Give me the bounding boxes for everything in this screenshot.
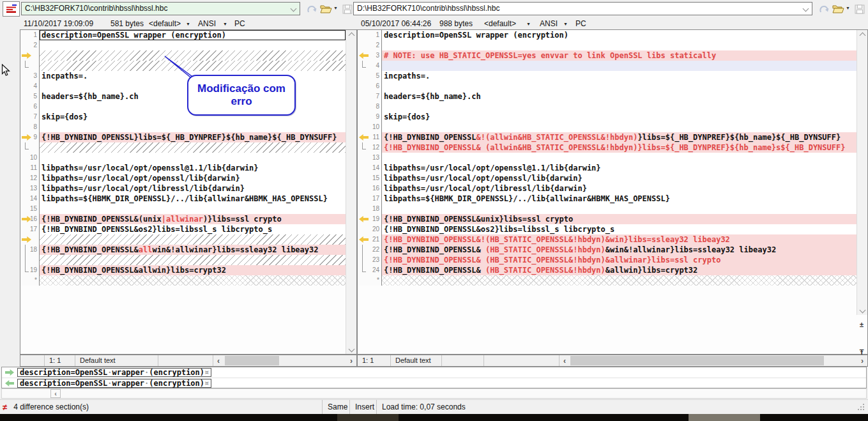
right-template-dropdown[interactable]: <default>: [484, 19, 516, 28]
line-number: 3: [33, 71, 37, 81]
code-line[interactable]: libpaths=/usr/local/opt/openssl/lib{darw…: [382, 173, 857, 183]
code-line[interactable]: {!HB_DYNBIND_OPENSSL&os2}libs=libssl_s l…: [382, 224, 857, 234]
open-right-file-dropdown[interactable]: ▼: [846, 6, 850, 10]
scroll-left-button[interactable]: ‹: [50, 389, 61, 398]
code-line[interactable]: {!HB_DYNBIND_OPENSSL& (HB_STATIC_OPENSSL…: [382, 245, 857, 255]
missing-lines-hatch[interactable]: [40, 234, 346, 245]
code-line[interactable]: libpaths=/usr/local/opt/openssl/lib{darw…: [40, 173, 346, 183]
scroll-right-button[interactable]: ›: [857, 355, 867, 366]
nav-top-button[interactable]: ±: [858, 320, 865, 329]
code-line[interactable]: description=OpenSSL wrapper (encryption): [40, 30, 346, 40]
chevron-down-icon[interactable]: ▼: [223, 22, 227, 26]
scroll-left-button[interactable]: ‹: [560, 355, 570, 366]
current-diff-line[interactable]: description=OpenSSL·wrapper·(encryption)…: [2, 367, 866, 378]
scroll-up-button[interactable]: [346, 30, 356, 40]
left-encoding-dropdown[interactable]: ANSI: [198, 19, 216, 28]
gutter-cell: 3: [358, 50, 382, 61]
current-diff-line[interactable]: description=OpenSSL·wrapper·(encryption)…: [2, 378, 866, 388]
nav-ball-button[interactable]: [858, 334, 865, 343]
reload-left-file-button[interactable]: [304, 3, 318, 15]
code-line[interactable]: [382, 61, 857, 71]
missing-lines-hatch[interactable]: [40, 142, 346, 153]
code-segment: libpaths=${HBMK_DIR_OPENSSL}/../lib{allw…: [384, 194, 670, 203]
code-row: 13: [358, 153, 857, 163]
code-line[interactable]: libpaths=${HBMK_DIR_OPENSSL}/../lib{allw…: [382, 194, 857, 204]
code-line[interactable]: libpaths=/usr/local/opt/libressl/lib{dar…: [382, 183, 857, 194]
save-left-file-button[interactable]: [340, 3, 354, 15]
diff-marker-arrow-icon: [359, 52, 369, 59]
code-line[interactable]: [382, 102, 857, 112]
line-number: 4: [376, 61, 379, 71]
code-line[interactable]: {!HB_DYNBIND_OPENSSL}libs=${_HB_DYNPREF}…: [40, 132, 346, 142]
code-line[interactable]: {!HB_DYNBIND_OPENSSL& (allwin&HB_STATIC_…: [382, 142, 857, 153]
right-encoding-dropdown[interactable]: ANSI: [540, 19, 558, 28]
open-left-file-button[interactable]: [319, 3, 333, 15]
code-line[interactable]: libpaths=${HBMK_DIR_OPENSSL}/../lib{allw…: [40, 194, 346, 204]
right-vertical-scrollbar[interactable]: [857, 30, 867, 315]
code-line[interactable]: [40, 153, 346, 163]
code-line[interactable]: {!HB_DYNBIND_OPENSSL& (HB_STATIC_OPENSSL…: [382, 265, 857, 275]
save-right-file-button[interactable]: [853, 3, 867, 15]
code-segment: {!HB_DYNBIND_OPENSSL&!(HB_STATIC_OPENSSL…: [384, 235, 730, 244]
code-line[interactable]: {!HB_DYNBIND_OPENSSL&unix}libs=ssl crypt…: [382, 214, 857, 224]
code-line[interactable]: [382, 40, 857, 50]
missing-lines-hatch[interactable]: [40, 255, 346, 265]
code-line[interactable]: {!HB_DYNBIND_OPENSSL&!(allwin&HB_STATIC_…: [382, 132, 857, 142]
code-line[interactable]: # NOTE: use HB_STATIC_OPENSSL=yes envvar…: [382, 50, 857, 61]
chevron-down-icon[interactable]: ▼: [526, 22, 531, 26]
code-line[interactable]: skip={dos}: [382, 112, 857, 122]
gutter-cell: [20, 255, 40, 265]
chevron-down-icon[interactable]: ▼: [186, 22, 190, 26]
open-right-file-button[interactable]: [831, 3, 845, 15]
scrollbar-thumb[interactable]: [225, 356, 279, 365]
code-line[interactable]: {!HB_DYNBIND_OPENSSL&allwin}libs=crypt32: [40, 265, 346, 275]
code-row: 24{!HB_DYNBIND_OPENSSL& (HB_STATIC_OPENS…: [358, 265, 857, 275]
scroll-down-button[interactable]: [857, 305, 867, 315]
code-line[interactable]: [40, 122, 346, 132]
end-of-file-marker[interactable]: [40, 275, 346, 286]
code-line[interactable]: [40, 204, 346, 214]
code-line[interactable]: libpaths=/usr/local/opt/libressl/lib{dar…: [40, 183, 346, 194]
left-template-dropdown[interactable]: <default>: [149, 19, 181, 28]
scroll-down-button[interactable]: [346, 344, 356, 354]
reload-right-file-button[interactable]: [816, 3, 830, 15]
gutter-cell: *: [20, 275, 40, 286]
code-line[interactable]: [382, 81, 857, 91]
scrollbar-thumb[interactable]: [570, 356, 824, 365]
difference-panel-scrollbar[interactable]: ‹: [1, 388, 867, 399]
code-line[interactable]: {!HB_DYNBIND_OPENSSL&allwin&!allwinar}li…: [40, 245, 346, 255]
code-line[interactable]: [382, 153, 857, 163]
code-line[interactable]: {!HB_DYNBIND_OPENSSL& (HB_STATIC_OPENSSL…: [382, 255, 857, 265]
diff-section-bracket: [362, 61, 366, 68]
code-line[interactable]: {!HB_DYNBIND_OPENSSL&(unix|allwinar)}lib…: [40, 214, 346, 224]
scroll-left-button[interactable]: ‹: [213, 355, 224, 366]
resize-grip[interactable]: [858, 404, 865, 411]
code-line[interactable]: headers=${hb_name}.ch: [382, 91, 857, 102]
left-editor-pane[interactable]: 1description=OpenSSL wrapper (encryption…: [20, 29, 357, 355]
chevron-down-icon[interactable]: [803, 6, 809, 12]
line-number: *: [34, 275, 37, 286]
code-segment: {!HB_DYNBIND_OPENSSL&: [384, 245, 485, 254]
right-code-area[interactable]: 1description=OpenSSL wrapper (encryption…: [358, 30, 857, 354]
code-line[interactable]: {!HB_DYNBIND_OPENSSL&!(HB_STATIC_OPENSSL…: [382, 234, 857, 245]
chevron-down-icon[interactable]: [291, 6, 297, 12]
code-line[interactable]: incpaths=.: [382, 71, 857, 81]
left-horizontal-scrollbar[interactable]: ‹ ›: [213, 355, 356, 366]
differences-list-button[interactable]: [3, 1, 20, 17]
left-file-path-combo[interactable]: C:\HB32FORK710\contrib\hbssl\hbssl.hbc: [21, 2, 300, 15]
code-line[interactable]: [382, 122, 857, 132]
code-line[interactable]: {!HB_DYNBIND_OPENSSL&os2}libs=libssl_s l…: [40, 224, 346, 234]
chevron-down-icon[interactable]: ▼: [563, 22, 568, 26]
code-line[interactable]: [382, 204, 857, 214]
left-vertical-scrollbar[interactable]: [346, 30, 356, 354]
scroll-right-button[interactable]: ›: [346, 355, 356, 366]
right-horizontal-scrollbar[interactable]: ‹ ›: [560, 355, 867, 366]
code-line[interactable]: libpaths=/usr/local/opt/openssl@1.1/lib{…: [382, 163, 857, 173]
open-left-file-dropdown[interactable]: ▼: [333, 6, 338, 10]
scroll-up-button[interactable]: [857, 30, 867, 40]
code-line[interactable]: libpaths=/usr/local/opt/openssl@1.1/lib{…: [40, 163, 346, 173]
end-of-file-marker[interactable]: [382, 275, 857, 286]
right-editor-pane[interactable]: 1description=OpenSSL wrapper (encryption…: [357, 29, 868, 355]
right-file-path-combo[interactable]: D:\HB32FORK710\contrib\hbssl\hbssl.hbc: [353, 2, 812, 15]
code-line[interactable]: description=OpenSSL wrapper (encryption): [382, 30, 857, 40]
